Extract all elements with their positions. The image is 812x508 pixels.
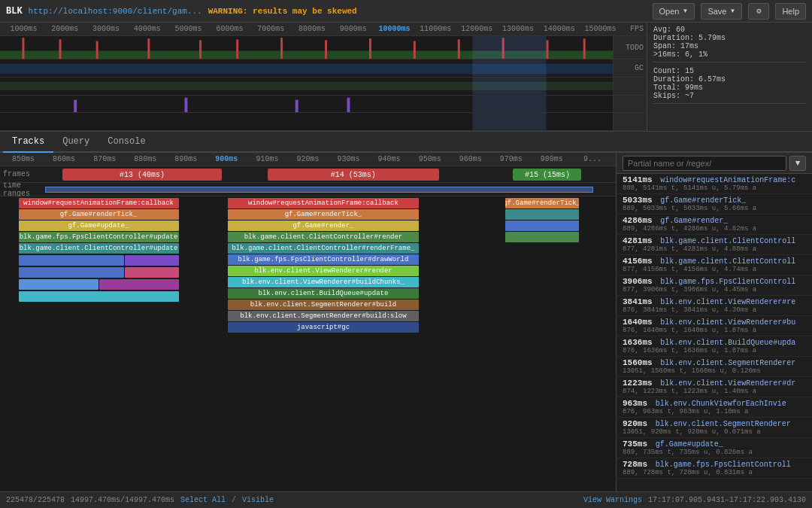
flame-block[interactable]: blk.game.client.ClientController#renderF… [228,243,419,254]
list-item-time: 5033ms [623,196,653,205]
svg-rect-1 [22,38,24,59]
flame-block[interactable]: window#requestAnimationFrame:callback [228,198,419,208]
frame-13[interactable]: #13 (40ms) [62,169,223,181]
flows-chart[interactable] [0,78,613,95]
flame-block[interactable] [505,221,579,231]
svg-rect-25 [472,113,546,130]
flame-block[interactable]: gf.Game#renderTick_ [228,209,419,220]
list-item-time: 4156ms [623,257,653,266]
overview-charts: 1000ms 2000ms 3000ms 4000ms 5000ms 6000m… [0,23,647,131]
list-item-name: blk.game.fps.FpsClientControll [656,461,791,469]
list-item-detail: 876, 3841ms t, 3841ms u, 4.30ms a [623,306,806,314]
flame-block[interactable] [99,279,179,290]
frames-chart[interactable] [0,59,613,77]
list-item[interactable]: 728ms blk.game.fps.FpsClientControll 889… [617,458,812,479]
search-input[interactable] [623,156,786,171]
gc-chart[interactable] [0,96,613,113]
list-item[interactable]: 920ms blk.env.client.SegmentRenderer 130… [617,418,812,438]
list-item-detail: 13051, 920ms t, 920ms u, 0.071ms a [623,428,806,436]
gc-label [613,96,647,113]
flame-block[interactable] [505,232,579,242]
list-item-name: blk.env.client.ViewRenderer#re [660,298,795,306]
svg-rect-23 [347,98,350,113]
tab-query[interactable]: Query [53,132,98,153]
view-warnings-link[interactable]: View Warnings [583,496,642,504]
app-title: BLK [6,6,23,17]
list-item[interactable]: 3841ms blk.env.client.ViewRenderer#re 87… [617,296,812,316]
frame-14[interactable]: #14 (53ms) [268,169,439,181]
flame-block[interactable]: blk.env.client.SegmentRenderer#build:slo… [228,311,419,321]
right-panel: ▼ 5141ms window#requestAnimationFrame:c … [617,153,812,491]
gc-count: Count: 15 [653,67,694,75]
flame-block[interactable]: blk.game.client.ClientController#render [228,232,419,242]
flame-block[interactable] [125,267,179,278]
list-item-name: gf.Game#update_ [656,440,723,449]
flame-block[interactable]: blk.env.client.ViewRenderer#render [228,266,419,276]
tab-tracks[interactable]: Tracks [3,132,53,153]
flame-block[interactable] [505,209,579,220]
list-item[interactable]: 5033ms gf.Game#renderTick_ 889, 5033ms t… [617,194,812,214]
tab-console[interactable]: Console [98,132,154,153]
flame-block[interactable]: blk.game.fps.FpsClientController#drawWor… [228,254,419,265]
compiles-chart[interactable] [0,113,613,130]
rl-920: 920ms [287,155,328,163]
visible-link[interactable]: Visible [242,496,274,504]
fps-avg: Avg: 60 [653,26,685,34]
fps-stats: Avg: 60 Duration: 5.79ms Span: 17ms >16m… [653,26,806,62]
list-item[interactable]: 1223ms blk.env.client.ViewRenderer#dr 87… [617,377,812,397]
flame-block[interactable] [19,291,179,302]
list-item[interactable]: 735ms gf.Game#update_ 889, 735ms t, 735m… [617,438,812,458]
list-item[interactable]: 5141ms window#requestAnimationFrame:c 88… [617,174,812,194]
list-item[interactable]: 963ms blk.env.ChunkViewforEachInvie 876,… [617,397,812,418]
list-item-time: 4281ms [623,236,653,245]
flows-row [0,78,647,96]
flame-block[interactable] [19,279,98,290]
tl-1000: 1000ms [3,25,44,33]
list-item[interactable]: 4156ms blk.game.client.ClientControll 87… [617,255,812,275]
list-item[interactable]: 1560ms blk.env.client.SegmentRenderer 13… [617,357,812,377]
filter-button[interactable]: ▼ [789,156,806,171]
right-panel-header: ▼ [617,153,812,174]
right-panel-list[interactable]: 5141ms window#requestAnimationFrame:c 88… [617,174,812,491]
list-item-time: 4286ms [623,216,653,225]
rl-870: 870ms [84,155,125,163]
list-item[interactable]: 3906ms blk.game.fps.FpsClientControll 87… [617,275,812,296]
fps-chart[interactable] [0,36,613,59]
flame-block[interactable]: blk.env.client.SegmentRenderer#build [228,300,419,310]
svg-rect-24 [472,96,546,113]
flame-block[interactable]: blk.env.client.BuildQueue#update [228,288,419,299]
list-item[interactable]: 1636ms blk.env.client.BuildQueue#upda 87… [617,336,812,357]
help-button[interactable]: Help [775,3,806,20]
list-item-time: 735ms [623,440,647,449]
rl-860: 860ms [44,155,84,163]
flame-block[interactable]: gf.Game#renderTick_ [19,209,179,220]
save-button[interactable]: Save ▼ [701,3,742,20]
flame-block[interactable]: window#requestAnimationFrame:callback [19,198,179,208]
svg-rect-8 [325,40,327,59]
flame-block[interactable]: javascript#gc [228,322,419,333]
flame-block[interactable]: gf.Game#update_ [19,221,179,231]
svg-rect-14 [583,38,586,59]
flame-block[interactable] [19,267,124,278]
list-item-time: 5141ms [623,175,653,184]
list-item[interactable]: 1640ms blk.env.client.ViewRenderer#bu 87… [617,316,812,336]
flame-block[interactable]: blk.env.client.ViewRenderer#buildChunks_ [228,277,419,287]
flame-block[interactable]: blk.game.fps.FpsClientController#update [19,232,179,242]
flame-block[interactable]: gf.Game#render_ [228,221,419,231]
settings-button[interactable]: ⚙ [748,3,769,20]
select-all-link[interactable]: Select All [180,496,226,504]
flame-block[interactable]: blk.game.client.ClientController#update [19,243,179,254]
tl-2000: 2000ms [44,25,86,33]
list-item[interactable]: 4281ms blk.game.client.ClientControll 87… [617,235,812,255]
gc-duration: Duration: 6.57ms [653,75,726,84]
list-item[interactable]: 4286ms gf.Game#render_ 889, 4286ms t, 42… [617,214,812,235]
rl-960: 960ms [450,155,491,163]
open-button[interactable]: Open ▼ [653,3,695,20]
flame-block[interactable]: gf.Game#renderTick_ [505,198,579,208]
frame-15[interactable]: #15 (15ms) [513,169,581,181]
flame-block[interactable] [125,255,179,266]
flame-chart[interactable]: window#requestAnimationFrame:callback gf… [0,196,616,491]
tl-11000: 11000ms [415,25,456,33]
flame-block[interactable] [19,255,124,266]
tl-5000: 5000ms [168,25,209,33]
